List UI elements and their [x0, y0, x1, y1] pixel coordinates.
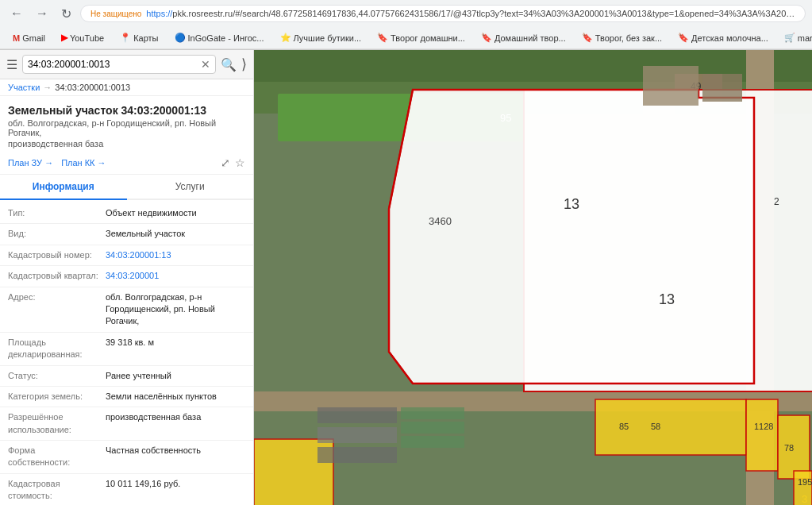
svg-marker-9 [389, 90, 754, 384]
breadcrumb-root[interactable]: Участки [8, 83, 40, 92]
label-address: Адрес: [8, 291, 99, 328]
main-layout: ☰ ✕ 🔍 ⟩ Участки → 34:03:200001:0013 Земе… [0, 50, 812, 505]
value-status: Ранее учтенный [106, 370, 171, 382]
url-text: https://pkk.rosreestr.ru/#/search/48.677… [146, 9, 795, 18]
back-button[interactable]: ← [6, 5, 27, 22]
svg-rect-33 [401, 436, 464, 448]
value-cadastral-quarter[interactable]: 34:03:200001 [106, 270, 159, 282]
svg-text:78: 78 [784, 443, 794, 453]
label-vid: Вид: [8, 228, 99, 240]
bookmark-tvorog3-label: Творог, без зак... [595, 33, 662, 43]
info-row-cadastral-number: Кадастровый номер: 34:03:200001:13 [0, 245, 253, 266]
bookmark-market-label: market.yandex.ru [798, 33, 812, 43]
svg-rect-28 [317, 407, 397, 423]
search-input[interactable] [28, 59, 198, 70]
value-land-category: Земли населённых пунктов [106, 391, 217, 403]
svg-marker-12 [595, 399, 746, 455]
svg-text:2: 2 [774, 196, 779, 207]
bookmark-ingogate[interactable]: 🔵 InGoGate - Ингос... [168, 31, 271, 44]
value-cadastral-number[interactable]: 34:03:200001:13 [106, 249, 171, 261]
browser-chrome: ← → ↻ Не защищено https://pkk.rosreestr.… [0, 0, 812, 50]
zoom-icon[interactable]: ⤢ [221, 156, 230, 169]
address-bar[interactable]: Не защищено https://pkk.rosreestr.ru/#/s… [80, 5, 806, 22]
bookmarks-bar: M Gmail ▶ YouTube 📍 Карты 🔵 InGoGate - И… [0, 27, 812, 49]
tab-info[interactable]: Информация [0, 175, 127, 200]
bookmark-market[interactable]: 🛒 market.yandex.ru [778, 31, 812, 44]
bookmark-tvorog1[interactable]: 🔖 Творог домашни... [371, 31, 471, 44]
bookmark-tvorog2[interactable]: 🔖 Домашний твор... [475, 31, 572, 44]
security-warning: Не защищено [90, 10, 141, 18]
nav-bar: ← → ↻ Не защищено https://pkk.rosreestr.… [0, 0, 812, 27]
bookmark-butiki[interactable]: ⭐ Лучшие бутики... [274, 31, 368, 44]
search-bar: ☰ ✕ 🔍 ⟩ [0, 50, 253, 79]
value-vid: Земельный участок [106, 228, 185, 240]
plan-zu-link[interactable]: План ЗУ → [8, 156, 53, 169]
label-cadastral-quarter: Кадастровый квартал: [8, 270, 99, 282]
bookmark-gmail[interactable]: M Gmail [6, 32, 52, 44]
property-type: производственная база [8, 139, 245, 148]
info-row-ownership: Форма собственности: Частная собственнос… [0, 441, 253, 474]
bookmark-butiki-label: Лучшие бутики... [294, 33, 362, 43]
expand-icon[interactable]: ⟩ [241, 56, 247, 73]
svg-text:58: 58 [651, 422, 660, 431]
value-area: 39 318 кв. м [106, 337, 154, 361]
info-row-status: Статус: Ранее учтенный [0, 366, 253, 387]
molochnaya-icon: 🔖 [678, 33, 689, 43]
ingogate-icon: 🔵 [175, 33, 186, 43]
svg-text:3460: 3460 [429, 215, 452, 227]
svg-rect-35 [702, 74, 742, 102]
gmail-icon: M [13, 33, 20, 43]
svg-text:85: 85 [619, 422, 629, 431]
left-panel: ☰ ✕ 🔍 ⟩ Участки → 34:03:200001:0013 Земе… [0, 50, 254, 505]
search-icon[interactable]: 🔍 [221, 57, 237, 72]
info-row-land-category: Категория земель: Земли населённых пункт… [0, 387, 253, 407]
https-text: https:// [146, 9, 172, 18]
bookmark-molochnaya[interactable]: 🔖 Детская молочна... [672, 31, 775, 44]
label-land-category: Категория земель: [8, 391, 99, 403]
bookmark-maps-label: Карты [133, 33, 158, 43]
plan-icons: ⤢ ☆ [221, 156, 245, 169]
property-header: Земельный участок 34:03:200001:13 обл. В… [0, 96, 253, 152]
info-row-cadastral-quarter: Кадастровый квартал: 34:03:200001 [0, 266, 253, 287]
forward-button[interactable]: → [32, 5, 52, 22]
clear-icon[interactable]: ✕ [201, 58, 210, 71]
tvorog2-icon: 🔖 [481, 33, 492, 43]
svg-text:3: 3 [802, 493, 807, 505]
svg-text:1128: 1128 [754, 422, 773, 431]
star-icon[interactable]: ☆ [235, 156, 245, 169]
label-cadastral-number: Кадастровый номер: [8, 249, 99, 261]
info-row-permitted-use: Разрешённое использование: производствен… [0, 407, 253, 441]
youtube-icon: ▶ [61, 33, 67, 43]
map-svg: 13 13 58 85 1128 78 195 95 49 2 3460 3 [254, 50, 812, 505]
value-type: Объект недвижимости [106, 207, 197, 219]
label-status: Статус: [8, 370, 99, 382]
reload-button[interactable]: ↻ [57, 5, 75, 23]
tab-services[interactable]: Услуги [127, 175, 254, 199]
bookmark-molochnaya-label: Детская молочна... [691, 33, 768, 43]
butiki-icon: ⭐ [280, 33, 291, 43]
info-row-area: Площадь декларированная: 39 318 кв. м [0, 333, 253, 366]
label-type: Тип: [8, 207, 99, 219]
info-row-cadastral-value: Кадастровая стоимость: 10 011 149,16 руб… [0, 474, 253, 505]
bookmark-tvorog1-label: Творог домашни... [391, 33, 465, 43]
bookmark-tvorog3[interactable]: 🔖 Творог, без зак... [575, 31, 668, 44]
hamburger-icon[interactable]: ☰ [6, 57, 17, 72]
breadcrumb-separator: → [43, 83, 52, 92]
svg-rect-34 [643, 66, 698, 106]
svg-text:13: 13 [564, 196, 579, 212]
svg-text:13: 13 [659, 291, 675, 307]
plan-kk-link[interactable]: План КК → [61, 156, 106, 169]
search-input-wrap[interactable]: ✕ [22, 55, 216, 74]
value-address: обл. Волгоградская, р-н Городищенский, р… [106, 291, 245, 328]
bookmark-maps[interactable]: 📍 Карты [114, 31, 164, 44]
svg-text:95: 95 [500, 112, 511, 124]
breadcrumb-current: 34:03:200001:0013 [55, 83, 130, 92]
url-rest: pkk.rosreestr.ru/#/search/48.67725814691… [172, 9, 795, 18]
info-row-address: Адрес: обл. Волгоградская, р-н Городищен… [0, 287, 253, 333]
svg-rect-31 [401, 407, 464, 419]
info-row-vid: Вид: Земельный участок [0, 224, 253, 245]
map-area[interactable]: 13 13 58 85 1128 78 195 95 49 2 3460 3 [254, 50, 812, 505]
info-row-type: Тип: Объект недвижимости [0, 203, 253, 224]
bookmark-youtube[interactable]: ▶ YouTube [55, 31, 110, 44]
info-table: Тип: Объект недвижимости Вид: Земельный … [0, 200, 253, 505]
